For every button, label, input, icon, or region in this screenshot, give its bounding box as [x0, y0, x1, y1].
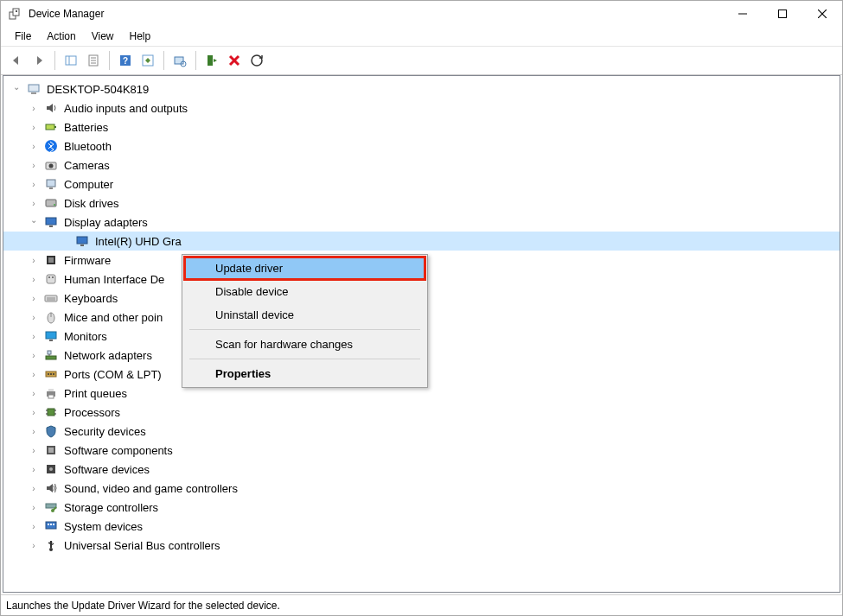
tree-category-cpu[interactable]: ›Processors	[3, 403, 840, 422]
minimize-button[interactable]	[723, 1, 763, 27]
tree-category-display[interactable]: ⌄Display adapters	[3, 213, 840, 232]
tree-category-audio[interactable]: ›Audio inputs and outputs	[3, 98, 840, 117]
svg-rect-25	[54, 126, 56, 128]
ctx-separator	[189, 359, 420, 359]
tree-category-battery[interactable]: ›Batteries	[3, 117, 840, 137]
svg-point-28	[49, 164, 54, 168]
update-driver-button[interactable]	[137, 50, 158, 71]
tree-root-node[interactable]: ⌄DESKTOP-504K819	[3, 79, 840, 98]
menu-file[interactable]: File	[8, 29, 38, 44]
cpu-icon	[43, 404, 59, 420]
ctx-properties[interactable]: Properties	[184, 362, 425, 385]
printer-icon	[43, 385, 59, 401]
close-button[interactable]	[802, 1, 842, 27]
menu-help[interactable]: Help	[123, 29, 158, 44]
chevron-right-icon[interactable]: ›	[28, 140, 40, 152]
svg-point-41	[52, 276, 54, 278]
back-button[interactable]	[6, 50, 27, 71]
tree-category-pc[interactable]: ›Computer	[3, 175, 840, 194]
chevron-right-icon[interactable]: ›	[28, 121, 40, 133]
computer-icon	[26, 81, 42, 97]
properties-button[interactable]	[83, 50, 104, 71]
tree-category-security[interactable]: ›Security devices	[3, 422, 840, 441]
tree-category-storage[interactable]: ›Storage controllers	[3, 498, 840, 517]
chevron-down-icon[interactable]: ⌄	[28, 213, 40, 225]
chevron-right-icon[interactable]: ›	[28, 254, 40, 266]
chevron-right-icon[interactable]: ›	[28, 349, 40, 361]
uninstall-device-button[interactable]	[224, 50, 245, 71]
chevron-right-icon[interactable]: ›	[28, 463, 40, 475]
chevron-right-icon[interactable]: ›	[28, 501, 40, 513]
svg-rect-23	[31, 92, 36, 94]
chevron-right-icon[interactable]: ›	[28, 273, 40, 285]
svg-rect-16	[175, 57, 183, 64]
chevron-right-icon[interactable]: ›	[28, 159, 40, 171]
show-hide-console-tree-button[interactable]	[61, 50, 81, 71]
tree-category-sound[interactable]: ›Sound, video and game controllers	[3, 479, 840, 498]
tree-category-swcomp[interactable]: ›Software components	[3, 441, 840, 460]
toolbar-separator	[54, 51, 55, 70]
tree-node-label: Disk drives	[64, 197, 119, 210]
menubar: File Action View Help	[1, 27, 842, 46]
svg-rect-18	[208, 55, 213, 66]
chevron-right-icon[interactable]: ›	[28, 425, 40, 437]
tree-node-label: Cameras	[64, 159, 110, 172]
svg-rect-71	[48, 524, 49, 525]
svg-rect-50	[48, 351, 51, 354]
keyboard-icon	[43, 290, 59, 306]
refresh-button[interactable]	[246, 50, 267, 71]
tree-node-label: Keyboards	[64, 292, 118, 305]
svg-point-67	[49, 467, 53, 471]
chevron-right-icon[interactable]: ›	[28, 102, 40, 114]
ctx-disable-device[interactable]: Disable device	[184, 280, 425, 303]
tree-category-disk[interactable]: ›Disk drives	[3, 194, 840, 213]
forward-button[interactable]	[29, 50, 49, 71]
chevron-right-icon[interactable]: ›	[28, 330, 40, 342]
display-icon	[74, 233, 90, 249]
security-icon	[43, 423, 59, 439]
maximize-button[interactable]	[763, 1, 802, 27]
tree-category-bluetooth[interactable]: ›Bluetooth	[3, 137, 840, 156]
tree-category-usb[interactable]: ›Universal Serial Bus controllers	[3, 536, 840, 555]
tree-node-label: Audio inputs and outputs	[64, 102, 188, 115]
chevron-right-icon[interactable]: ›	[28, 178, 40, 190]
pc-icon	[43, 176, 59, 192]
chevron-right-icon[interactable]: ›	[28, 368, 40, 380]
toolbar-separator	[163, 51, 164, 70]
help-button[interactable]: ?	[115, 50, 136, 71]
svg-rect-33	[46, 218, 56, 225]
chevron-down-icon[interactable]: ⌄	[10, 80, 22, 92]
menu-view[interactable]: View	[85, 29, 121, 44]
chevron-right-icon[interactable]: ›	[28, 292, 40, 304]
menu-action[interactable]: Action	[40, 29, 82, 44]
chevron-right-icon[interactable]: ›	[28, 197, 40, 209]
ctx-separator	[189, 329, 420, 330]
enable-device-button[interactable]	[201, 50, 222, 71]
tree-device-intel-uhd[interactable]: Intel(R) UHD Gra	[3, 232, 840, 251]
chevron-right-icon[interactable]: ›	[28, 406, 40, 418]
tree-node-label: Bluetooth	[64, 140, 112, 153]
tree-category-system[interactable]: ›System devices	[3, 517, 840, 536]
chevron-right-icon[interactable]: ›	[28, 539, 40, 551]
ctx-update-driver[interactable]: Update driver	[184, 257, 425, 280]
chevron-right-icon[interactable]: ›	[28, 482, 40, 494]
tree-node-label: Intel(R) UHD Gra	[95, 235, 182, 248]
battery-icon	[43, 119, 59, 135]
tree-node-label: Ports (COM & LPT)	[64, 368, 162, 381]
chevron-right-icon[interactable]: ›	[28, 311, 40, 323]
window-controls	[723, 1, 842, 27]
chevron-right-icon[interactable]: ›	[28, 520, 40, 532]
network-icon	[43, 347, 59, 363]
ctx-uninstall-device[interactable]: Uninstall device	[184, 303, 425, 327]
tree-node-label: DESKTOP-504K819	[47, 83, 149, 96]
chevron-right-icon[interactable]: ›	[28, 387, 40, 399]
mouse-icon	[43, 309, 59, 325]
ctx-scan-hardware[interactable]: Scan for hardware changes	[184, 333, 425, 356]
tree-category-camera[interactable]: ›Cameras	[3, 156, 840, 175]
tree-node-label: Mice and other poin	[64, 311, 163, 324]
chevron-right-icon[interactable]: ›	[28, 444, 40, 456]
scan-hardware-button[interactable]	[169, 50, 190, 71]
tree-category-swdev[interactable]: ›Software devices	[3, 460, 840, 479]
titlebar: Device Manager	[1, 1, 842, 27]
context-menu: Update driver Disable device Uninstall d…	[182, 254, 428, 388]
